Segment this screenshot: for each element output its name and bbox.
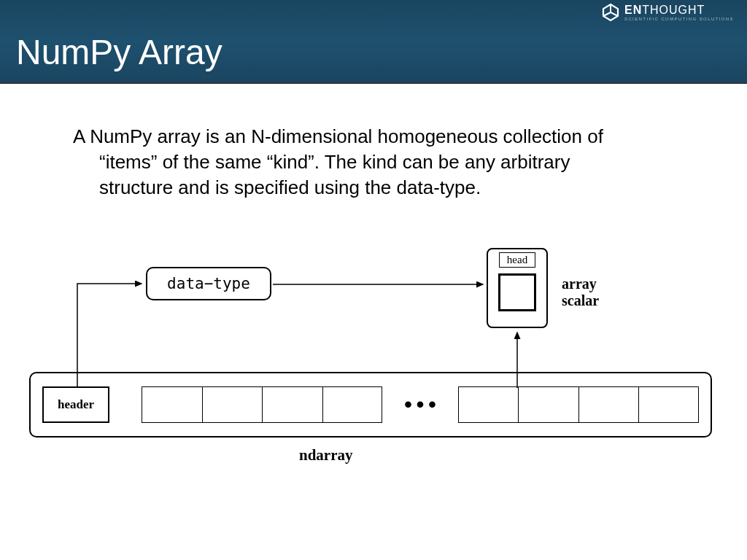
array-cell xyxy=(638,386,699,423)
slide-title-bar: NumPy Array ENTHOUGHT SCIENTIFIC COMPUTI… xyxy=(0,0,747,84)
array-cell xyxy=(458,386,519,423)
slide-title: NumPy Array xyxy=(16,32,222,72)
ndarray-label: ndarray xyxy=(299,446,353,464)
array-cell xyxy=(202,386,263,423)
enthought-logo: ENTHOUGHT SCIENTIFIC COMPUTING SOLUTIONS xyxy=(601,3,734,22)
array-cell xyxy=(518,386,578,423)
array-scalar-box: head xyxy=(487,248,548,328)
array-cell xyxy=(262,386,322,423)
logo-tagline: SCIENTIFIC COMPUTING SOLUTIONS xyxy=(624,17,734,21)
arrow-cell-to-scalar xyxy=(513,328,523,389)
array-cell xyxy=(578,386,639,423)
array-scalar-label: array scalar xyxy=(562,276,599,309)
ellipsis-dots: ••• xyxy=(404,392,441,417)
header-cell: header xyxy=(42,386,109,423)
arrow-dtype-to-scalar xyxy=(273,281,492,289)
slide-body-paragraph: A NumPy array is an N-dimensional homoge… xyxy=(73,124,630,201)
arrow-header-to-dtype xyxy=(73,281,153,391)
array-cell xyxy=(142,386,202,423)
data-type-box: data−type xyxy=(146,267,271,300)
scalar-head-label: head xyxy=(499,252,535,268)
array-cell xyxy=(322,386,383,423)
scalar-square xyxy=(498,273,536,311)
ndarray-diagram: data−type head array scalar header ••• n… xyxy=(29,248,715,510)
logo-brand-text: ENTHOUGHT xyxy=(624,4,734,16)
hexagon-icon xyxy=(601,3,620,22)
